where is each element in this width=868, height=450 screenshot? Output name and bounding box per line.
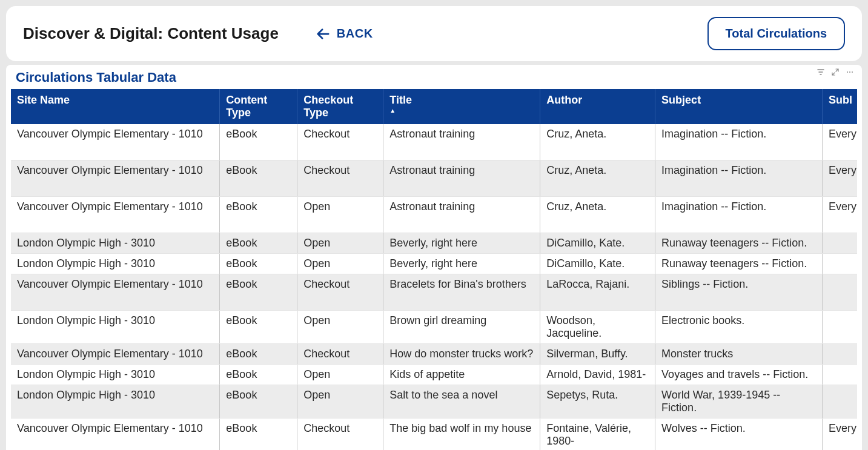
table-cell: Electronic books. (655, 311, 823, 344)
table-cell: Monster trucks (655, 344, 823, 365)
table-cell: Open (297, 311, 383, 344)
table-cell: DiCamillo, Kate. (540, 233, 655, 254)
table-row[interactable]: Vancouver Olympic Elementary - 1010eBook… (11, 197, 857, 233)
table-cell: DiCamillo, Kate. (540, 254, 655, 274)
table-cell: Wolves -- Fiction. (655, 419, 823, 451)
table-cell: Open (297, 233, 383, 254)
expand-icon[interactable] (832, 68, 839, 76)
table-cell: The big bad wolf in my house (383, 419, 540, 451)
column-header[interactable]: Author (540, 89, 655, 124)
table-cell: Every (823, 197, 858, 233)
table-body: Vancouver Olympic Elementary - 1010eBook… (11, 124, 857, 450)
table-cell: London Olympic High - 3010 (11, 233, 220, 254)
table-cell: LaRocca, Rajani. (540, 274, 655, 311)
sort-asc-icon: ▲ (389, 108, 534, 114)
column-header[interactable]: Subl (823, 89, 858, 124)
table-cell: Woodson, Jacqueline. (540, 311, 655, 344)
table-cell: Vancouver Olympic Elementary - 1010 (11, 197, 220, 233)
table-cell: Runaway teenagers -- Fiction. (655, 254, 823, 274)
page-title: Discover & Digital: Content Usage (23, 24, 279, 43)
column-header[interactable]: Content Type (220, 89, 297, 124)
table-row[interactable]: Vancouver Olympic Elementary - 1010eBook… (11, 124, 857, 160)
table-cell: Checkout (297, 160, 383, 197)
table-cell: Fontaine, Valérie, 1980- (540, 419, 655, 451)
table-row[interactable]: Vancouver Olympic Elementary - 1010eBook… (11, 160, 857, 197)
table-cell: London Olympic High - 3010 (11, 385, 220, 419)
table-cell: Beverly, right here (383, 233, 540, 254)
table-cell: Arnold, David, 1981- (540, 365, 655, 385)
table-cell: Salt to the sea a novel (383, 385, 540, 419)
table-cell: eBook (220, 274, 297, 311)
table-cell: Siblings -- Fiction. (655, 274, 823, 311)
back-button[interactable]: BACK (315, 27, 373, 41)
table-row[interactable]: London Olympic High - 3010eBookOpenBever… (11, 233, 857, 254)
table-cell (823, 344, 858, 365)
table-cell: eBook (220, 233, 297, 254)
table-cell: eBook (220, 419, 297, 451)
table-cell: eBook (220, 197, 297, 233)
filter-icon[interactable] (817, 68, 824, 76)
column-header[interactable]: Subject (655, 89, 823, 124)
table-cell: Bracelets for Bina's brothers (383, 274, 540, 311)
table-cell: Astronaut training (383, 124, 540, 160)
table-cell (823, 274, 858, 311)
table-row[interactable]: London Olympic High - 3010eBookOpenBever… (11, 254, 857, 274)
table-cell: eBook (220, 385, 297, 419)
back-label: BACK (337, 27, 373, 41)
table-cell: Astronaut training (383, 197, 540, 233)
column-header[interactable]: Checkout Type (297, 89, 383, 124)
table-cell: Open (297, 385, 383, 419)
table-cell: Imagination -- Fiction. (655, 160, 823, 197)
table-cell: London Olympic High - 3010 (11, 254, 220, 274)
table-cell: Imagination -- Fiction. (655, 197, 823, 233)
table-cell: eBook (220, 160, 297, 197)
table-cell: Checkout (297, 124, 383, 160)
table-cell: Checkout (297, 274, 383, 311)
table-cell: Imagination -- Fiction. (655, 124, 823, 160)
table-cell: eBook (220, 124, 297, 160)
table-cell: Sepetys, Ruta. (540, 385, 655, 419)
table-cell: Checkout (297, 419, 383, 451)
table-cell: London Olympic High - 3010 (11, 311, 220, 344)
table-cell: Open (297, 365, 383, 385)
section-title: Circulations Tabular Data (11, 65, 857, 89)
table-cell: Vancouver Olympic Elementary - 1010 (11, 124, 220, 160)
table-cell: Checkout (297, 344, 383, 365)
table-cell: Every (823, 419, 858, 451)
table-cell: eBook (220, 365, 297, 385)
card-tools (817, 68, 853, 76)
table-row[interactable]: London Olympic High - 3010eBookOpenKids … (11, 365, 857, 385)
table-row[interactable]: London Olympic High - 3010eBookOpenBrown… (11, 311, 857, 344)
table-cell: How do monster trucks work? (383, 344, 540, 365)
content-card: Circulations Tabular Data Site NameConte… (6, 65, 862, 450)
table-cell: Voyages and travels -- Fiction. (655, 365, 823, 385)
table-row[interactable]: Vancouver Olympic Elementary - 1010eBook… (11, 274, 857, 311)
table-cell: Runaway teenagers -- Fiction. (655, 233, 823, 254)
table-cell: Every (823, 124, 858, 160)
table-cell: London Olympic High - 3010 (11, 365, 220, 385)
table-cell: Brown girl dreaming (383, 311, 540, 344)
svg-point-0 (847, 71, 848, 73)
table-cell: World War, 1939-1945 -- Fiction. (655, 385, 823, 419)
arrow-left-icon (315, 27, 331, 41)
column-header[interactable]: Title▲ (383, 89, 540, 124)
more-icon[interactable] (846, 68, 853, 76)
table-row[interactable]: Vancouver Olympic Elementary - 1010eBook… (11, 344, 857, 365)
table-cell: Open (297, 197, 383, 233)
table-row[interactable]: Vancouver Olympic Elementary - 1010eBook… (11, 419, 857, 451)
header-card: Discover & Digital: Content Usage BACK T… (6, 6, 862, 61)
table-cell: Cruz, Aneta. (540, 124, 655, 160)
table-cell: eBook (220, 344, 297, 365)
svg-point-1 (849, 71, 850, 73)
table-row[interactable]: London Olympic High - 3010eBookOpenSalt … (11, 385, 857, 419)
table-cell: eBook (220, 311, 297, 344)
total-circulations-button[interactable]: Total Circulations (707, 17, 845, 50)
table-scroll[interactable]: Site NameContent TypeCheckout TypeTitle▲… (11, 89, 857, 450)
table-cell (823, 311, 858, 344)
table-cell: Cruz, Aneta. (540, 160, 655, 197)
column-header[interactable]: Site Name (11, 89, 220, 124)
table-cell: Vancouver Olympic Elementary - 1010 (11, 160, 220, 197)
table-cell (823, 385, 858, 419)
table-cell: Vancouver Olympic Elementary - 1010 (11, 274, 220, 311)
table-cell: Kids of appetite (383, 365, 540, 385)
